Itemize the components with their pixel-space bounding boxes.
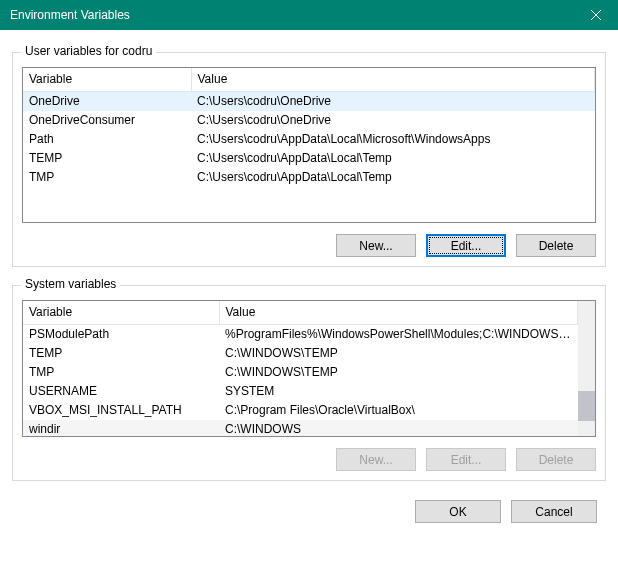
cell-value: C:\Users\codru\OneDrive: [191, 111, 595, 130]
cell-variable: USERNAME: [23, 382, 219, 401]
ok-button[interactable]: OK: [415, 500, 501, 523]
cell-variable: TMP: [23, 168, 191, 187]
cell-value: C:\Program Files\Oracle\VirtualBox\: [219, 401, 578, 420]
cell-value: C:\Users\codru\OneDrive: [191, 92, 595, 112]
user-variables-table[interactable]: Variable Value OneDrive C:\Users\codru\O…: [22, 67, 596, 223]
cell-variable: TEMP: [23, 149, 191, 168]
close-icon: [591, 10, 601, 20]
table-row[interactable]: USERNAME SYSTEM: [23, 382, 578, 401]
cell-value: C:\Users\codru\AppData\Local\Microsoft\W…: [191, 130, 595, 149]
cell-value: C:\Users\codru\AppData\Local\Temp: [191, 168, 595, 187]
system-variables-group: System variables Variable Value PSModule…: [12, 285, 606, 481]
cell-value: SYSTEM: [219, 382, 578, 401]
cell-variable: OneDrive: [23, 92, 191, 112]
cell-variable: VBOX_MSI_INSTALL_PATH: [23, 401, 219, 420]
column-header-value[interactable]: Value: [219, 301, 578, 325]
table-row[interactable]: TEMP C:\Users\codru\AppData\Local\Temp: [23, 149, 595, 168]
system-delete-button: Delete: [516, 448, 596, 471]
table-row[interactable]: TEMP C:\WINDOWS\TEMP: [23, 344, 578, 363]
cell-variable: Path: [23, 130, 191, 149]
user-variables-legend: User variables for codru: [21, 44, 156, 58]
column-header-value[interactable]: Value: [191, 68, 595, 92]
system-variables-legend: System variables: [21, 277, 120, 291]
scrollbar[interactable]: [578, 301, 595, 436]
cell-variable: OneDriveConsumer: [23, 111, 191, 130]
cell-value: C:\WINDOWS\TEMP: [219, 363, 578, 382]
table-row[interactable]: OneDrive C:\Users\codru\OneDrive: [23, 92, 595, 112]
user-edit-button[interactable]: Edit...: [426, 234, 506, 257]
system-edit-button: Edit...: [426, 448, 506, 471]
cell-value: C:\WINDOWS\TEMP: [219, 344, 578, 363]
scrollbar-thumb[interactable]: [578, 391, 595, 421]
titlebar[interactable]: Environment Variables: [0, 0, 618, 30]
dialog-content: User variables for codru Variable Value …: [0, 30, 618, 489]
cell-value: C:\Users\codru\AppData\Local\Temp: [191, 149, 595, 168]
table-row[interactable]: TMP C:\Users\codru\AppData\Local\Temp: [23, 168, 595, 187]
cell-value: C:\WINDOWS: [219, 420, 578, 437]
table-row[interactable]: TMP C:\WINDOWS\TEMP: [23, 363, 578, 382]
system-buttons-row: New... Edit... Delete: [22, 448, 596, 471]
user-variables-group: User variables for codru Variable Value …: [12, 52, 606, 267]
user-buttons-row: New... Edit... Delete: [22, 234, 596, 257]
cell-variable: PSModulePath: [23, 325, 219, 345]
column-header-variable[interactable]: Variable: [23, 301, 219, 325]
table-header-row: Variable Value: [23, 301, 578, 325]
close-button[interactable]: [573, 0, 618, 30]
window-title: Environment Variables: [10, 8, 130, 22]
user-delete-button[interactable]: Delete: [516, 234, 596, 257]
system-variables-table[interactable]: Variable Value PSModulePath %ProgramFile…: [22, 300, 596, 437]
system-new-button: New...: [336, 448, 416, 471]
table-row[interactable]: OneDriveConsumer C:\Users\codru\OneDrive: [23, 111, 595, 130]
cancel-button[interactable]: Cancel: [511, 500, 597, 523]
table-row[interactable]: windir C:\WINDOWS: [23, 420, 578, 437]
cell-value: %ProgramFiles%\WindowsPowerShell\Modules…: [219, 325, 578, 345]
dialog-buttons-row: OK Cancel: [0, 489, 618, 535]
user-new-button[interactable]: New...: [336, 234, 416, 257]
cell-variable: TEMP: [23, 344, 219, 363]
table-header-row: Variable Value: [23, 68, 595, 92]
table-row[interactable]: PSModulePath %ProgramFiles%\WindowsPower…: [23, 325, 578, 345]
table-row[interactable]: VBOX_MSI_INSTALL_PATH C:\Program Files\O…: [23, 401, 578, 420]
cell-variable: windir: [23, 420, 219, 437]
table-row[interactable]: Path C:\Users\codru\AppData\Local\Micros…: [23, 130, 595, 149]
column-header-variable[interactable]: Variable: [23, 68, 191, 92]
cell-variable: TMP: [23, 363, 219, 382]
